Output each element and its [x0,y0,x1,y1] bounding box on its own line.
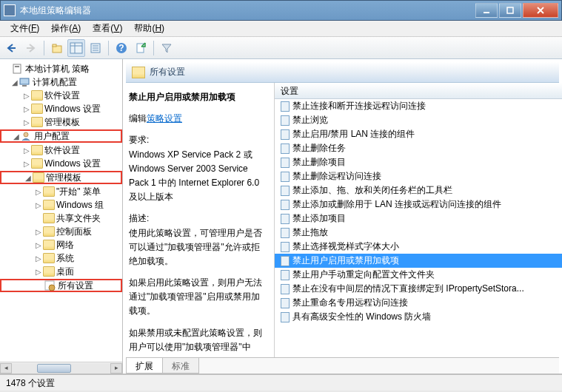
policy-item-icon [279,129,290,140]
policy-item-icon [279,200,290,210]
list-row-label: 禁止在没有中间层的情况下直接绑定到 IPropertySetStora... [292,283,524,295]
list-row-label: 禁止浏览 [292,114,328,126]
policy-item-icon [279,158,290,168]
tree-comp-windows[interactable]: ▷Windows 设置 [0,102,122,115]
policy-item-icon [279,242,290,252]
description-label: 描述: [129,212,268,226]
list-row[interactable]: 禁止删除项目 [275,155,562,169]
content-header: 所有设置 [126,62,559,83]
list-row-label: 禁止启用/禁用 LAN 连接的组件 [292,128,415,141]
up-button[interactable] [48,39,66,57]
list-row-label: 禁止用户启用或禁用加载项 [292,254,399,267]
list-row[interactable]: 禁止连接和断开连接远程访问连接 [275,99,562,113]
list-row-label: 禁止拖放 [292,226,328,239]
policy-item-icon [279,284,290,294]
panes-button[interactable] [67,39,85,57]
description-p3: 如果禁用或未配置此策略设置，则用户可以使用"加载项管理器"中 [129,326,268,354]
tree-shared-folders[interactable]: 共享文件夹 [0,212,122,225]
settings-list[interactable]: 禁止连接和断开连接远程访问连接禁止浏览禁止启用/禁用 LAN 连接的组件禁止删除… [275,99,562,357]
list-row-label: 禁止用户手动重定向配置文件文件夹 [292,268,435,281]
list-row-label: 禁止删除项目 [292,156,346,169]
menu-help[interactable]: 帮助(H) [128,20,170,37]
export-button[interactable] [132,39,150,57]
app-icon [4,4,16,16]
toolbar: ? [0,37,562,59]
svg-rect-3 [53,44,56,47]
policy-item-icon [279,298,290,308]
description-p2: 如果启用此策略设置，则用户无法通过"加载项管理器"启用或禁用加载项。 [129,276,268,319]
tree-comp-software[interactable]: ▷软件设置 [0,89,122,102]
tree-windows-comp[interactable]: ▷Windows 组 [0,198,122,212]
list-column-header[interactable]: 设置 [275,83,562,99]
policy-icon [12,64,24,74]
list-row[interactable]: 禁止启用/禁用 LAN 连接的组件 [275,127,562,141]
list-row[interactable]: 禁止在没有中间层的情况下直接绑定到 IPropertySetStora... [275,282,562,296]
tabs: 扩展 标准 [126,357,559,374]
svg-rect-17 [22,85,27,87]
tree-hscrollbar[interactable]: ◂ ▸ [0,362,122,374]
menubar: 文件(F) 操作(A) 查看(V) 帮助(H) [0,21,562,37]
tree-comp-admin[interactable]: ▷管理模板 [0,115,122,129]
list-row[interactable]: 禁止删除远程访问连接 [275,169,562,183]
svg-rect-14 [13,64,21,73]
menu-view[interactable]: 查看(V) [87,20,128,37]
list-row[interactable]: 禁止添加或删除用于 LAN 连接或远程访问连接的组件 [275,197,562,212]
tree-all-settings[interactable]: 所有设置 [0,279,122,292]
back-button[interactable] [3,39,21,57]
edit-policy-link[interactable]: 策略设置 [147,113,182,124]
filter-button[interactable] [158,39,175,57]
list-row[interactable]: 禁止重命名专用远程访问连接 [275,296,562,310]
list-row[interactable]: 禁止删除任务 [275,141,562,155]
maximize-button[interactable] [499,3,521,18]
close-button[interactable] [523,3,558,18]
policy-item-icon [279,186,290,196]
list-row-label: 具有高级安全性的 Windows 防火墙 [292,311,431,323]
settings-list-area: 设置 禁止连接和断开连接远程访问连接禁止浏览禁止启用/禁用 LAN 连接的组件禁… [274,83,562,357]
list-row-label: 禁止添加或删除用于 LAN 连接或远程访问连接的组件 [292,198,501,211]
requirements-label: 要求: [129,133,268,147]
list-row[interactable]: 禁止用户手动重定向配置文件文件夹 [275,268,562,282]
list-row-label: 禁止删除任务 [292,142,346,155]
svg-point-18 [24,132,28,137]
tree-admin-templates[interactable]: ◢管理模板 [0,171,122,184]
requirements-text: Windows XP Service Pack 2 或 Windows Serv… [129,148,268,205]
menu-file[interactable]: 文件(F) [4,20,45,37]
tree-user-windows[interactable]: ▷Windows 设置 [0,157,122,170]
minimize-button[interactable] [475,3,498,18]
list-row[interactable]: 禁止添加项目 [275,212,562,226]
policy-item-icon [279,312,290,322]
list-row[interactable]: 具有高级安全性的 Windows 防火墙 [275,310,562,324]
detail-panel: 禁止用户启用或禁用加载项 编辑策略设置 要求: Windows XP Servi… [123,83,274,357]
folder-icon [132,67,145,78]
tree-system[interactable]: ▷系统 [0,251,122,265]
list-row[interactable]: 禁止拖放 [275,226,562,240]
tree-user-config[interactable]: ◢ 用户配置 [0,129,122,143]
policy-item-icon [279,256,290,266]
help-button[interactable]: ? [113,39,130,57]
tree-computer-config[interactable]: ◢ 计算机配置 [0,75,122,89]
tree-start-menu[interactable]: ▷"开始" 菜单 [0,185,122,198]
properties-button[interactable] [87,39,104,57]
user-icon [21,131,33,141]
policy-item-icon [279,172,290,182]
list-row-label: 禁止删除远程访问连接 [292,170,381,183]
list-row[interactable]: 禁止选择视觉样式字体大小 [275,240,562,254]
list-row[interactable]: 禁止用户启用或禁用加载项 [275,254,562,268]
policy-item-icon [279,143,290,154]
computer-icon [19,77,31,87]
tab-extended[interactable]: 扩展 [126,358,163,374]
tree-pane: 本地计算机 策略 ◢ 计算机配置 ▷软件设置 ▷Windows 设置 ▷管理模板… [0,59,123,374]
tab-standard[interactable]: 标准 [162,358,199,374]
menu-action[interactable]: 操作(A) [45,20,87,37]
tree-root[interactable]: 本地计算机 策略 [0,62,122,75]
tree-network[interactable]: ▷网络 [0,238,122,251]
svg-rect-16 [20,78,29,84]
list-row-label: 禁止选择视觉样式字体大小 [292,240,399,253]
list-row[interactable]: 禁止添加、拖、放和关闭任务栏的工具栏 [275,183,562,197]
tree-control-panel[interactable]: ▷控制面板 [0,225,122,238]
list-row[interactable]: 禁止浏览 [275,113,562,127]
tree-user-software[interactable]: ▷软件设置 [0,143,122,157]
tree-desktop[interactable]: ▷桌面 [0,265,122,278]
forward-button[interactable] [22,39,40,57]
status-text: 1478 个设置 [6,378,55,388]
